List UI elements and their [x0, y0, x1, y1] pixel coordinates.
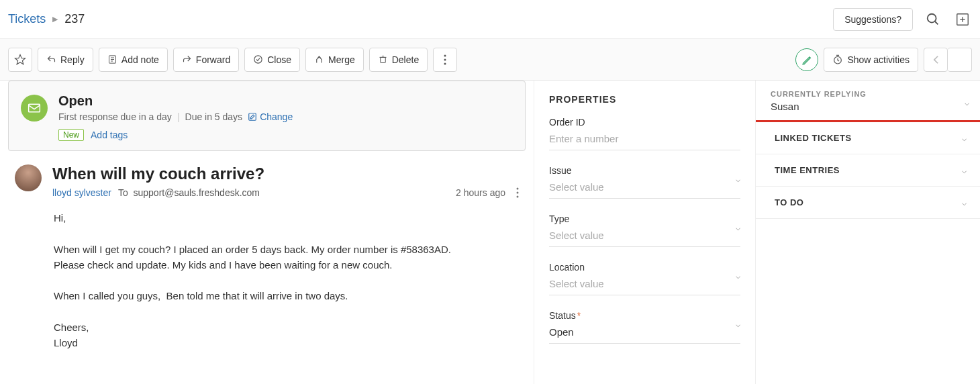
- todo-section[interactable]: TO DO ⌵: [756, 187, 980, 219]
- forward-button[interactable]: Forward: [173, 48, 239, 72]
- to-address: support@sauls.freshdesk.com: [134, 187, 260, 198]
- breadcrumb: Tickets ▶ 237: [8, 12, 85, 26]
- ticket-status-card: Open First response due in a day | Due i…: [8, 81, 526, 151]
- merge-button[interactable]: Merge: [305, 48, 364, 72]
- svg-point-20: [517, 188, 519, 190]
- first-response-text: First response due in a day: [58, 111, 172, 122]
- to-prefix: To: [118, 187, 128, 198]
- more-button[interactable]: [433, 48, 457, 72]
- status-label: Status: [549, 310, 576, 321]
- type-select[interactable]: Select value ⌵: [549, 227, 740, 247]
- breadcrumb-parent-link[interactable]: Tickets: [8, 12, 46, 26]
- change-due-link[interactable]: Change: [248, 111, 293, 122]
- chevron-right-icon: ▶: [52, 15, 58, 23]
- message-body-text: Hi, When will I get my couch? I placed a…: [52, 198, 482, 350]
- plus-square-icon[interactable]: [953, 10, 972, 29]
- svg-line-1: [935, 21, 938, 24]
- add-note-label: Add note: [121, 54, 159, 65]
- currently-replying-label: CURRENTLY REPLYING: [771, 90, 965, 98]
- search-icon[interactable]: [924, 10, 942, 29]
- issue-select[interactable]: Select value ⌵: [549, 179, 740, 199]
- svg-point-15: [444, 58, 446, 60]
- svg-point-14: [444, 54, 446, 56]
- message-more-icon[interactable]: [516, 187, 519, 198]
- status-select[interactable]: Open ⌵: [549, 324, 740, 344]
- forward-label: Forward: [196, 54, 230, 65]
- chevron-down-icon: ⌵: [736, 175, 740, 184]
- show-activities-label: Show activities: [847, 54, 910, 65]
- star-button[interactable]: [8, 48, 32, 72]
- due-in-text: Due in 5 days: [185, 111, 243, 122]
- message-subject: When will my couch arrive?: [52, 164, 519, 183]
- svg-rect-18: [29, 104, 40, 112]
- currently-replying-box: CURRENTLY REPLYING Susan ⌵: [755, 81, 980, 122]
- next-ticket-button[interactable]: [948, 48, 972, 72]
- new-badge: New: [58, 129, 84, 141]
- reply-button[interactable]: Reply: [38, 48, 93, 72]
- properties-heading: PROPERTIES: [549, 94, 740, 105]
- order-id-input[interactable]: [549, 130, 740, 150]
- ticket-status-title: Open: [58, 93, 513, 109]
- chevron-down-icon: ⌵: [736, 320, 740, 329]
- svg-rect-11: [380, 57, 385, 62]
- replying-indicator-icon[interactable]: [795, 48, 818, 71]
- svg-point-21: [517, 192, 519, 194]
- time-entries-section[interactable]: TIME ENTRIES ⌵: [756, 154, 980, 187]
- delete-button[interactable]: Delete: [369, 48, 428, 72]
- svg-point-22: [517, 196, 519, 198]
- location-select[interactable]: Select value ⌵: [549, 275, 740, 295]
- issue-label: Issue: [549, 165, 571, 176]
- location-label: Location: [549, 262, 585, 273]
- avatar: [15, 164, 42, 191]
- add-tags-link[interactable]: Add tags: [91, 130, 128, 140]
- currently-replying-name: Susan: [771, 101, 965, 112]
- suggestions-button[interactable]: Suggestions?: [833, 8, 913, 31]
- svg-point-0: [928, 13, 936, 22]
- chevron-down-icon[interactable]: ⌵: [965, 98, 969, 107]
- close-button[interactable]: Close: [244, 48, 300, 72]
- from-name-link[interactable]: lloyd sylvester: [52, 187, 111, 198]
- add-note-button[interactable]: Add note: [99, 48, 168, 72]
- chevron-down-icon: ⌵: [962, 134, 967, 143]
- svg-point-16: [444, 62, 446, 64]
- type-label: Type: [549, 213, 569, 224]
- merge-label: Merge: [328, 54, 355, 65]
- chevron-down-icon: ⌵: [962, 166, 967, 175]
- linked-tickets-section[interactable]: LINKED TICKETS ⌵: [756, 122, 980, 154]
- time-ago: 2 hours ago: [456, 187, 505, 198]
- svg-point-10: [254, 56, 262, 63]
- show-activities-button[interactable]: Show activities: [824, 48, 918, 72]
- order-id-label: Order ID: [549, 117, 585, 128]
- svg-rect-19: [249, 113, 256, 121]
- chevron-down-icon: ⌵: [962, 198, 967, 207]
- delete-label: Delete: [392, 54, 419, 65]
- chevron-down-icon: ⌵: [736, 271, 740, 281]
- svg-marker-5: [15, 54, 26, 64]
- prev-ticket-button[interactable]: [924, 48, 948, 72]
- reply-label: Reply: [60, 54, 85, 65]
- mail-icon: [21, 95, 48, 122]
- close-label: Close: [267, 54, 291, 65]
- breadcrumb-ticket-id: 237: [64, 12, 85, 26]
- chevron-down-icon: ⌵: [736, 223, 740, 232]
